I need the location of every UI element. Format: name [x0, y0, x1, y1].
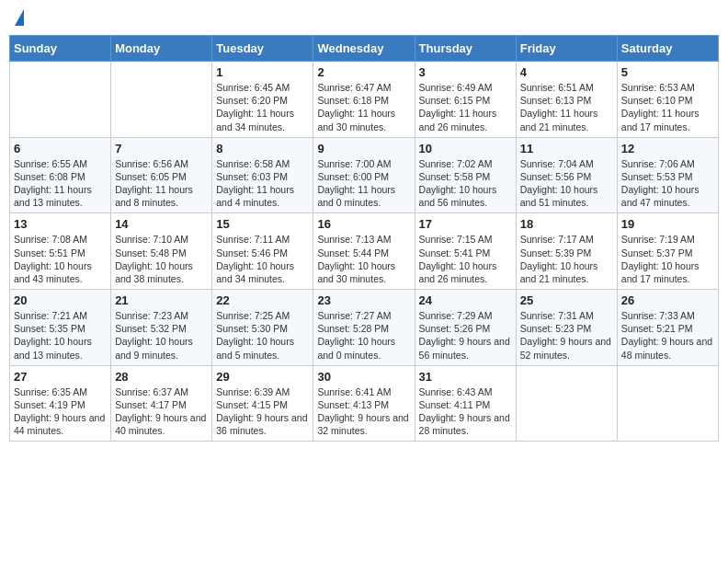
day-number: 23	[317, 293, 410, 307]
day-number: 15	[216, 217, 309, 231]
day-number: 12	[621, 142, 714, 155]
day-number: 1	[216, 65, 309, 79]
day-header-monday: Monday	[111, 36, 212, 62]
day-number: 16	[317, 217, 410, 231]
logo-triangle-icon	[15, 9, 24, 26]
calendar-cell: 16Sunrise: 7:13 AM Sunset: 5:44 PM Dayli…	[313, 213, 415, 290]
day-info: Sunrise: 7:00 AM Sunset: 6:00 PM Dayligh…	[317, 157, 410, 210]
calendar-cell	[10, 62, 111, 138]
day-info: Sunrise: 7:21 AM Sunset: 5:35 PM Dayligh…	[14, 309, 107, 362]
day-info: Sunrise: 7:23 AM Sunset: 5:32 PM Dayligh…	[115, 309, 208, 362]
calendar-cell: 20Sunrise: 7:21 AM Sunset: 5:35 PM Dayli…	[10, 290, 111, 366]
day-number: 10	[419, 142, 512, 155]
day-number: 30	[317, 370, 410, 384]
day-number: 19	[621, 217, 714, 231]
calendar-cell: 7Sunrise: 6:56 AM Sunset: 6:05 PM Daylig…	[111, 137, 212, 213]
calendar-cell: 28Sunrise: 6:37 AM Sunset: 4:17 PM Dayli…	[111, 365, 212, 442]
day-number: 29	[216, 370, 309, 384]
calendar-cell: 9Sunrise: 7:00 AM Sunset: 6:00 PM Daylig…	[313, 137, 415, 213]
day-header-saturday: Saturday	[617, 36, 718, 62]
day-info: Sunrise: 6:39 AM Sunset: 4:15 PM Dayligh…	[216, 385, 309, 438]
calendar-cell: 8Sunrise: 6:58 AM Sunset: 6:03 PM Daylig…	[212, 137, 313, 213]
calendar-cell	[111, 62, 212, 138]
day-number: 24	[419, 293, 512, 307]
calendar-cell: 2Sunrise: 6:47 AM Sunset: 6:18 PM Daylig…	[313, 62, 415, 138]
logo	[13, 9, 24, 28]
day-info: Sunrise: 6:55 AM Sunset: 6:08 PM Dayligh…	[14, 157, 107, 210]
day-info: Sunrise: 6:53 AM Sunset: 6:10 PM Dayligh…	[621, 81, 714, 133]
day-number: 22	[216, 293, 309, 307]
day-number: 31	[419, 370, 512, 384]
day-info: Sunrise: 7:15 AM Sunset: 5:41 PM Dayligh…	[419, 233, 512, 285]
calendar-cell: 10Sunrise: 7:02 AM Sunset: 5:58 PM Dayli…	[415, 137, 516, 213]
day-info: Sunrise: 7:27 AM Sunset: 5:28 PM Dayligh…	[317, 309, 410, 362]
day-header-thursday: Thursday	[415, 36, 516, 62]
day-number: 26	[621, 293, 714, 307]
day-number: 20	[14, 293, 107, 307]
day-header-friday: Friday	[516, 36, 617, 62]
day-number: 8	[216, 142, 309, 155]
day-info: Sunrise: 6:56 AM Sunset: 6:05 PM Dayligh…	[115, 157, 208, 210]
calendar-cell: 12Sunrise: 7:06 AM Sunset: 5:53 PM Dayli…	[617, 137, 718, 213]
day-info: Sunrise: 7:11 AM Sunset: 5:46 PM Dayligh…	[216, 233, 309, 285]
calendar-cell: 15Sunrise: 7:11 AM Sunset: 5:46 PM Dayli…	[212, 213, 313, 290]
calendar-cell: 26Sunrise: 7:33 AM Sunset: 5:21 PM Dayli…	[617, 290, 718, 366]
day-info: Sunrise: 6:43 AM Sunset: 4:11 PM Dayligh…	[419, 385, 512, 438]
day-info: Sunrise: 7:02 AM Sunset: 5:58 PM Dayligh…	[419, 157, 512, 210]
day-info: Sunrise: 6:58 AM Sunset: 6:03 PM Dayligh…	[216, 157, 309, 210]
calendar-cell: 19Sunrise: 7:19 AM Sunset: 5:37 PM Dayli…	[617, 213, 718, 290]
day-number: 25	[520, 293, 613, 307]
day-info: Sunrise: 6:49 AM Sunset: 6:15 PM Dayligh…	[419, 81, 512, 133]
day-header-wednesday: Wednesday	[313, 36, 415, 62]
day-info: Sunrise: 7:31 AM Sunset: 5:23 PM Dayligh…	[520, 309, 613, 362]
calendar-cell: 4Sunrise: 6:51 AM Sunset: 6:13 PM Daylig…	[516, 62, 617, 138]
calendar-cell: 24Sunrise: 7:29 AM Sunset: 5:26 PM Dayli…	[415, 290, 516, 366]
calendar-cell	[617, 365, 718, 442]
day-number: 6	[14, 142, 107, 155]
day-info: Sunrise: 7:33 AM Sunset: 5:21 PM Dayligh…	[621, 309, 714, 362]
calendar-cell: 1Sunrise: 6:45 AM Sunset: 6:20 PM Daylig…	[212, 62, 313, 138]
day-number: 3	[419, 65, 512, 79]
day-number: 21	[115, 293, 208, 307]
day-info: Sunrise: 7:17 AM Sunset: 5:39 PM Dayligh…	[520, 233, 613, 285]
day-info: Sunrise: 7:25 AM Sunset: 5:30 PM Dayligh…	[216, 309, 309, 362]
day-header-tuesday: Tuesday	[212, 36, 313, 62]
day-info: Sunrise: 6:47 AM Sunset: 6:18 PM Dayligh…	[317, 81, 410, 133]
day-number: 14	[115, 217, 208, 231]
day-info: Sunrise: 7:08 AM Sunset: 5:51 PM Dayligh…	[14, 233, 107, 285]
day-number: 13	[14, 217, 107, 231]
day-info: Sunrise: 6:51 AM Sunset: 6:13 PM Dayligh…	[520, 81, 613, 133]
calendar-cell	[516, 365, 617, 442]
page-header	[9, 9, 719, 28]
calendar-cell: 27Sunrise: 6:35 AM Sunset: 4:19 PM Dayli…	[10, 365, 111, 442]
day-number: 27	[14, 370, 107, 384]
calendar-cell: 5Sunrise: 6:53 AM Sunset: 6:10 PM Daylig…	[617, 62, 718, 138]
calendar-cell: 30Sunrise: 6:41 AM Sunset: 4:13 PM Dayli…	[313, 365, 415, 442]
day-info: Sunrise: 6:35 AM Sunset: 4:19 PM Dayligh…	[14, 385, 107, 438]
calendar-cell: 29Sunrise: 6:39 AM Sunset: 4:15 PM Dayli…	[212, 365, 313, 442]
day-header-sunday: Sunday	[10, 36, 111, 62]
day-number: 4	[520, 65, 613, 79]
calendar-cell: 22Sunrise: 7:25 AM Sunset: 5:30 PM Dayli…	[212, 290, 313, 366]
day-info: Sunrise: 7:04 AM Sunset: 5:56 PM Dayligh…	[520, 157, 613, 210]
calendar-cell: 17Sunrise: 7:15 AM Sunset: 5:41 PM Dayli…	[415, 213, 516, 290]
calendar-cell: 21Sunrise: 7:23 AM Sunset: 5:32 PM Dayli…	[111, 290, 212, 366]
day-info: Sunrise: 6:37 AM Sunset: 4:17 PM Dayligh…	[115, 385, 208, 438]
calendar-table: SundayMondayTuesdayWednesdayThursdayFrid…	[9, 35, 719, 442]
day-info: Sunrise: 7:29 AM Sunset: 5:26 PM Dayligh…	[419, 309, 512, 362]
day-number: 9	[317, 142, 410, 155]
calendar-cell: 3Sunrise: 6:49 AM Sunset: 6:15 PM Daylig…	[415, 62, 516, 138]
day-info: Sunrise: 6:41 AM Sunset: 4:13 PM Dayligh…	[317, 385, 410, 438]
day-number: 17	[419, 217, 512, 231]
day-info: Sunrise: 7:10 AM Sunset: 5:48 PM Dayligh…	[115, 233, 208, 285]
calendar-cell: 31Sunrise: 6:43 AM Sunset: 4:11 PM Dayli…	[415, 365, 516, 442]
day-number: 7	[115, 142, 208, 155]
day-number: 18	[520, 217, 613, 231]
calendar-cell: 14Sunrise: 7:10 AM Sunset: 5:48 PM Dayli…	[111, 213, 212, 290]
day-number: 11	[520, 142, 613, 155]
day-number: 2	[317, 65, 410, 79]
day-number: 28	[115, 370, 208, 384]
calendar-cell: 11Sunrise: 7:04 AM Sunset: 5:56 PM Dayli…	[516, 137, 617, 213]
day-info: Sunrise: 6:45 AM Sunset: 6:20 PM Dayligh…	[216, 81, 309, 133]
calendar-cell: 23Sunrise: 7:27 AM Sunset: 5:28 PM Dayli…	[313, 290, 415, 366]
